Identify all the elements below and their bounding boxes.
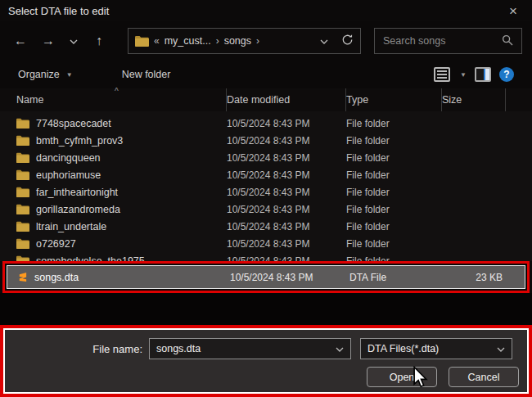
breadcrumb-separator: ›: [216, 35, 219, 47]
file-date: 10/5/2024 8:43 PM: [227, 221, 346, 232]
table-row[interactable]: far_intheairtonight 10/5/2024 8:43 PM Fi…: [0, 183, 532, 201]
dta-file-icon: [17, 272, 28, 282]
recent-locations-chevron-icon[interactable]: [65, 36, 82, 46]
chevron-down-icon[interactable]: [497, 343, 505, 354]
file-type-value: DTA Files(*.dta): [367, 343, 497, 354]
back-button[interactable]: ←: [10, 34, 31, 48]
close-icon[interactable]: ×: [503, 4, 524, 18]
file-date: 10/5/2024 8:43 PM: [227, 135, 346, 147]
file-type: File folder: [346, 135, 442, 147]
file-date: 10/5/2024 8:43 PM: [227, 169, 346, 181]
breadcrumb-parent[interactable]: my_cust...: [165, 35, 211, 47]
file-date: 10/5/2024 8:43 PM: [227, 187, 346, 198]
column-header-date-modified[interactable]: Date modified: [227, 88, 346, 111]
folder-icon: [16, 238, 29, 249]
table-row[interactable]: ltrain_undertale 10/5/2024 8:43 PM File …: [0, 218, 532, 235]
folder-icon: [16, 221, 29, 232]
search-placeholder: Search songs: [383, 35, 502, 47]
file-name: o726927: [36, 238, 76, 250]
file-open-dialog: Select DTA file to edit × ← → ↑ « my_cus…: [0, 0, 532, 397]
file-size: 23 KB: [445, 272, 509, 283]
folder-icon: [16, 204, 29, 214]
file-type: DTA File: [349, 272, 445, 283]
file-date: 10/5/2024 8:43 PM: [227, 255, 346, 262]
file-date: 10/5/2024 8:43 PM: [227, 238, 346, 250]
cancel-button[interactable]: Cancel: [449, 367, 519, 387]
view-controls: ▼ ?: [434, 67, 514, 82]
search-icon: [502, 34, 513, 48]
breadcrumb-current[interactable]: songs: [224, 35, 251, 47]
chevron-down-icon[interactable]: [336, 343, 344, 354]
selected-table-row[interactable]: songs.dta 10/5/2024 8:43 PM DTA File 23 …: [7, 265, 525, 289]
list-footer-gap: [0, 293, 532, 325]
preview-pane-icon[interactable]: [475, 67, 491, 82]
address-dropdown-chevron-icon[interactable]: [320, 35, 328, 47]
folder-icon: [16, 135, 29, 146]
table-row[interactable]: o726927 10/5/2024 8:43 PM File folder: [0, 235, 532, 252]
refresh-icon[interactable]: [341, 34, 354, 48]
file-type: File folder: [346, 152, 442, 164]
dialog-footer-annotation: File name: songs.dta DTA Files(*.dta) Op…: [0, 325, 532, 397]
file-type: File folder: [346, 255, 442, 262]
dialog-buttons: Open Cancel: [3, 367, 519, 387]
file-name: euphoriamuse: [36, 169, 101, 181]
folder-icon: [16, 118, 29, 129]
column-header-name[interactable]: Name: [16, 88, 227, 111]
column-header-type[interactable]: Type: [346, 88, 442, 111]
file-name: somebodyelse_the1975: [36, 255, 145, 262]
file-type: File folder: [346, 187, 442, 198]
organize-button[interactable]: Organize: [18, 69, 60, 80]
folder-icon: [135, 35, 149, 47]
file-date: 10/5/2024 8:43 PM: [227, 204, 346, 215]
file-name-input[interactable]: songs.dta: [149, 338, 351, 359]
folder-icon: [16, 169, 29, 180]
folder-icon: [16, 255, 29, 261]
table-row[interactable]: bmth_cyfmh_prov3 10/5/2024 8:43 PM File …: [0, 132, 532, 149]
file-name-label: File name:: [3, 343, 149, 355]
file-type: File folder: [346, 169, 442, 181]
file-date: 10/5/2024 8:43 PM: [227, 152, 346, 164]
forward-button[interactable]: →: [38, 34, 59, 48]
title-bar: Select DTA file to edit ×: [0, 0, 532, 21]
file-type: File folder: [346, 238, 442, 250]
file-name: dancingqueen: [36, 152, 101, 164]
view-dropdown-icon[interactable]: ▼: [460, 71, 467, 79]
command-toolbar: Organize ▼ New folder ▼ ?: [0, 61, 532, 88]
file-date: 10/5/2024 8:43 PM: [230, 272, 349, 283]
table-row[interactable]: gorillazandromeda 10/5/2024 8:43 PM File…: [0, 201, 532, 218]
up-button[interactable]: ↑: [88, 34, 110, 48]
new-folder-button[interactable]: New folder: [122, 69, 171, 80]
help-icon[interactable]: ?: [499, 67, 514, 82]
breadcrumb-separator: ›: [256, 35, 259, 47]
file-type: File folder: [346, 118, 442, 129]
file-name: songs.dta: [34, 272, 79, 283]
search-input[interactable]: Search songs: [374, 28, 522, 54]
details-view-icon[interactable]: [434, 67, 450, 82]
file-type-select[interactable]: DTA Files(*.dta): [360, 338, 512, 359]
column-header-size[interactable]: Size: [442, 88, 506, 111]
file-name: gorillazandromeda: [36, 204, 120, 215]
table-row[interactable]: euphoriamuse 10/5/2024 8:43 PM File fold…: [0, 166, 532, 183]
file-date: 10/5/2024 8:43 PM: [227, 118, 346, 129]
breadcrumb-overflow[interactable]: «: [154, 35, 160, 47]
file-name: bmth_cyfmh_prov3: [36, 135, 123, 147]
file-type: File folder: [346, 204, 442, 215]
selected-file-annotation: songs.dta 10/5/2024 8:43 PM DTA File 23 …: [2, 261, 530, 293]
file-name: far_intheairtonight: [36, 187, 118, 198]
table-row[interactable]: 7748spacecadet 10/5/2024 8:43 PM File fo…: [0, 115, 532, 132]
file-list: 7748spacecadet 10/5/2024 8:43 PM File fo…: [0, 111, 532, 261]
navigation-bar: ← → ↑ « my_cust... › songs › Search song…: [0, 21, 532, 61]
folder-icon: [16, 152, 29, 163]
column-header-filler: [506, 88, 532, 111]
file-name: ltrain_undertale: [36, 221, 106, 232]
table-row[interactable]: dancingqueen 10/5/2024 8:43 PM File fold…: [0, 149, 532, 166]
organize-dropdown-icon: ▼: [66, 71, 73, 79]
dialog-title: Select DTA file to edit: [8, 5, 503, 17]
mouse-cursor: [413, 366, 428, 391]
column-header-row: ^ Name Date modified Type Size: [0, 88, 532, 111]
folder-icon: [16, 187, 29, 197]
file-name-row: File name: songs.dta DTA Files(*.dta): [3, 338, 519, 359]
breadcrumb[interactable]: « my_cust... › songs ›: [128, 28, 361, 54]
file-name: 7748spacecadet: [36, 118, 111, 129]
table-row[interactable]: somebodyelse_the1975 10/5/2024 8:43 PM F…: [0, 252, 532, 261]
